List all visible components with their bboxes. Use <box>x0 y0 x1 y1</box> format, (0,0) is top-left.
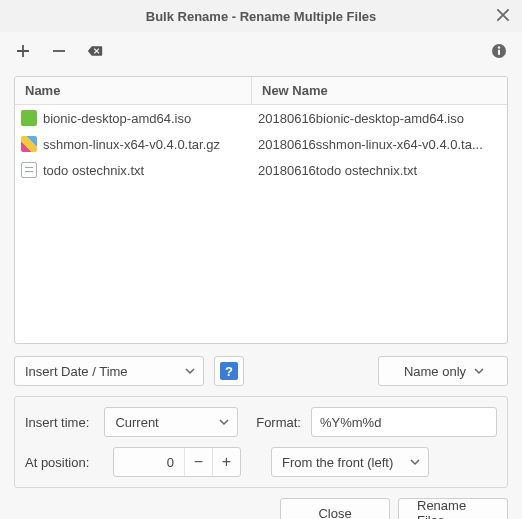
from-select-label: From the front (left) <box>282 455 402 470</box>
file-name: sshmon-linux-x64-v0.4.0.tar.gz <box>43 137 220 152</box>
format-input[interactable] <box>311 407 497 437</box>
insert-time-label: Insert time: <box>25 415 94 430</box>
clear-button[interactable] <box>86 42 104 60</box>
file-row[interactable]: todo ostechnix.txt20180616todo ostechnix… <box>15 157 507 183</box>
add-button[interactable] <box>14 42 32 60</box>
from-select[interactable]: From the front (left) <box>271 447 429 477</box>
file-row[interactable]: sshmon-linux-x64-v0.4.0.tar.gz20180616ss… <box>15 131 507 157</box>
info-button[interactable] <box>490 42 508 60</box>
options-panel: Insert time: Current Format: At position… <box>14 396 508 488</box>
iso-file-icon <box>21 110 37 126</box>
column-header-name[interactable]: Name <box>15 77 252 104</box>
svg-rect-2 <box>498 50 500 55</box>
chevron-down-icon <box>474 364 484 379</box>
txt-file-icon <box>21 162 37 178</box>
file-newname: 20180616sshmon-linux-x64-v0.4.0.ta... <box>252 137 507 152</box>
info-icon <box>491 43 507 59</box>
insert-time-select[interactable]: Current <box>104 407 238 437</box>
window-close-button[interactable] <box>494 6 512 24</box>
operation-select-label: Insert Date / Time <box>25 364 177 379</box>
file-name-cell: todo ostechnix.txt <box>15 162 252 178</box>
file-newname: 20180616todo ostechnix.txt <box>252 163 507 178</box>
file-rows: bionic-desktop-amd64.iso20180616bionic-d… <box>15 105 507 183</box>
close-button[interactable]: Close <box>280 498 390 519</box>
action-row: Close Rename Files <box>0 488 522 519</box>
position-decrement[interactable]: − <box>184 448 212 476</box>
svg-point-1 <box>498 46 500 48</box>
archive-file-icon <box>21 136 37 152</box>
mode-row: Insert Date / Time ? Name only <box>14 356 508 386</box>
file-name-cell: sshmon-linux-x64-v0.4.0.tar.gz <box>15 136 252 152</box>
insert-time-value: Current <box>115 415 211 430</box>
rename-button[interactable]: Rename Files <box>398 498 508 519</box>
file-name: todo ostechnix.txt <box>43 163 144 178</box>
chevron-down-icon <box>410 455 420 470</box>
chevron-down-icon <box>185 364 195 379</box>
clear-icon <box>87 43 103 59</box>
toolbar <box>0 32 522 70</box>
file-newname: 20180616bionic-desktop-amd64.iso <box>252 111 507 126</box>
file-name-cell: bionic-desktop-amd64.iso <box>15 110 252 126</box>
titlebar: Bulk Rename - Rename Multiple Files <box>0 0 522 32</box>
file-list-panel: Name New Name bionic-desktop-amd64.iso20… <box>14 76 508 344</box>
position-value[interactable]: 0 <box>114 455 184 470</box>
position-spinner: 0 − + <box>113 447 241 477</box>
help-icon: ? <box>220 362 238 380</box>
operation-select[interactable]: Insert Date / Time <box>14 356 204 386</box>
position-increment[interactable]: + <box>212 448 240 476</box>
close-icon <box>494 6 512 24</box>
file-row[interactable]: bionic-desktop-amd64.iso20180616bionic-d… <box>15 105 507 131</box>
window-title: Bulk Rename - Rename Multiple Files <box>146 9 376 24</box>
help-button[interactable]: ? <box>214 356 244 386</box>
format-label: Format: <box>256 415 301 430</box>
remove-button[interactable] <box>50 42 68 60</box>
minus-icon <box>51 43 67 59</box>
column-header-newname[interactable]: New Name <box>252 77 507 104</box>
scope-select[interactable]: Name only <box>378 356 508 386</box>
file-name: bionic-desktop-amd64.iso <box>43 111 191 126</box>
chevron-down-icon <box>219 415 229 430</box>
file-list-header: Name New Name <box>15 77 507 105</box>
plus-icon <box>15 43 31 59</box>
position-label: At position: <box>25 455 103 470</box>
scope-select-label: Name only <box>404 364 466 379</box>
